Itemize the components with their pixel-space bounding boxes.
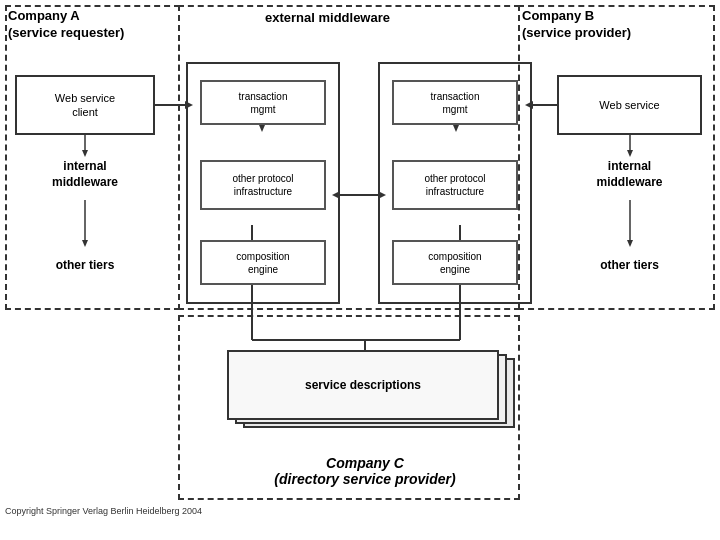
right-transaction-mgmt: transaction mgmt	[392, 80, 518, 125]
service-desc-stack: service descriptions	[225, 350, 505, 440]
web-service-box: Web service	[557, 75, 702, 135]
right-other-protocol: other protocol infrastructure	[392, 160, 518, 210]
other-tiers-a: other tiers	[15, 240, 155, 290]
internal-middleware-b: internal middleware	[557, 150, 702, 200]
company-a-label: Company A (service requester)	[8, 8, 124, 42]
other-tiers-b: other tiers	[557, 240, 702, 290]
company-b-label: Company B (service provider)	[522, 8, 631, 42]
internal-middleware-a: internal middleware	[15, 150, 155, 200]
left-other-protocol: other protocol infrastructure	[200, 160, 326, 210]
service-desc-label: service descriptions	[305, 378, 421, 392]
left-transaction-mgmt: transaction mgmt	[200, 80, 326, 125]
web-service-client-box: Web service client	[15, 75, 155, 135]
diagram: Company A (service requester) Company B …	[0, 0, 720, 520]
external-middleware-label: external middleware	[265, 10, 390, 25]
copyright-text: Copyright Springer Verlag Berlin Heidelb…	[5, 506, 202, 516]
left-composition-engine: composition engine	[200, 240, 326, 285]
right-composition-engine: composition engine	[392, 240, 518, 285]
company-c-label: Company C (directory service provider)	[245, 455, 485, 487]
